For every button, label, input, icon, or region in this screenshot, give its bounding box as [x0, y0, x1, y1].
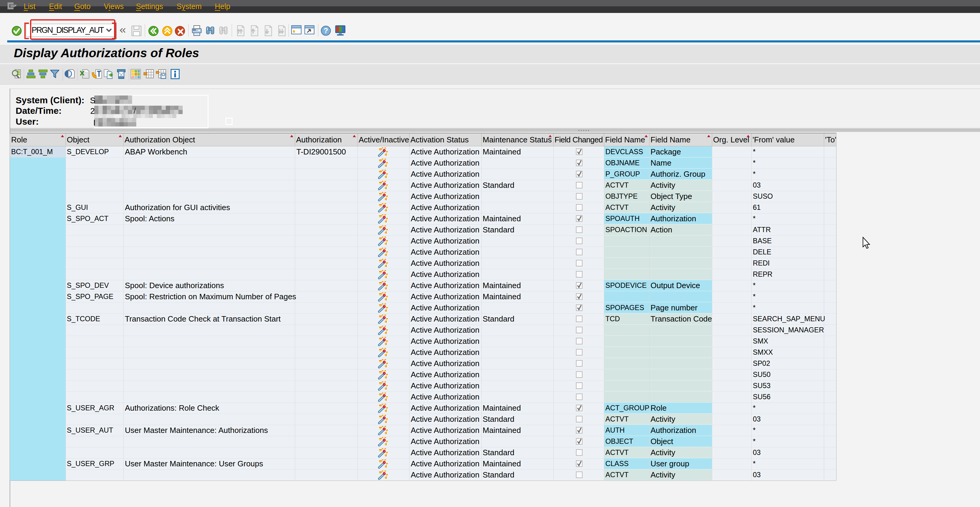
svg-text:?: ?: [324, 27, 328, 35]
